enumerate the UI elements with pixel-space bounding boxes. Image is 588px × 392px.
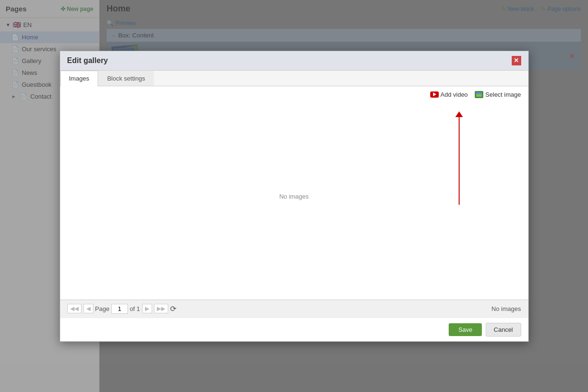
add-video-label: Add video [441,91,468,98]
page-number-input[interactable] [111,304,128,314]
add-video-button[interactable]: Add video [430,91,468,98]
tab-images-label: Images [69,75,90,82]
footer-actions: Save Cancel [60,318,528,341]
edit-gallery-modal: Edit gallery ✕ Images Block settings Add… [60,51,529,342]
modal-toolbar: Add video Select image [67,91,521,98]
no-images-text: No images [67,193,521,200]
modal-title: Edit gallery [67,56,108,65]
select-image-icon [475,91,483,98]
select-image-label: Select image [485,91,521,98]
tab-images[interactable]: Images [60,71,99,86]
modal-close-button[interactable]: ✕ [512,56,521,65]
page-prev-button[interactable]: ◀ [83,304,93,313]
page-last-button[interactable]: ▶▶ [154,304,168,313]
select-image-button[interactable]: Select image [475,91,521,98]
save-button[interactable]: Save [449,323,482,336]
modal-footer: ◀◀ ◀ Page of 1 ▶ ▶▶ ⟳ No images [60,300,528,318]
modal-tabs: Images Block settings [60,71,528,86]
tab-block-settings-label: Block settings [107,75,145,82]
cancel-button[interactable]: Cancel [486,323,521,337]
modal-header: Edit gallery ✕ [60,51,528,71]
tab-block-settings[interactable]: Block settings [98,71,154,86]
page-total: of 1 [130,305,140,312]
footer-count: No images [491,305,521,312]
arrow-head [455,111,463,117]
modal-overlay: Edit gallery ✕ Images Block settings Add… [0,0,588,392]
page-first-button[interactable]: ◀◀ [67,304,81,313]
page-next-button[interactable]: ▶ [142,304,152,313]
refresh-button[interactable]: ⟳ [170,304,176,313]
arrow-line [459,117,460,205]
pagination: ◀◀ ◀ Page of 1 ▶ ▶▶ ⟳ [67,304,176,314]
modal-body: Add video Select image No images [60,86,528,300]
youtube-icon [430,91,439,98]
page-label: Page [95,305,109,312]
